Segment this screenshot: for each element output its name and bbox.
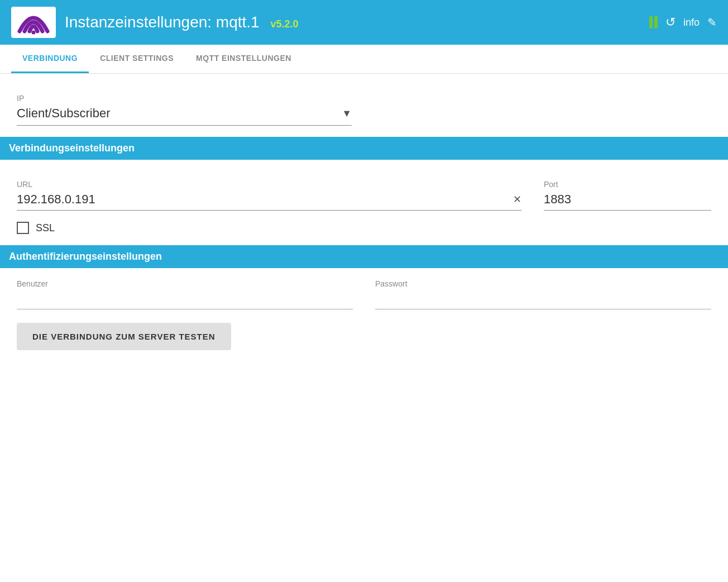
svg-point-1: [32, 31, 36, 35]
passwort-label: Passwort: [375, 279, 711, 288]
pause-bar-left: [649, 16, 653, 28]
port-label: Port: [544, 180, 711, 189]
clear-url-icon[interactable]: ✕: [513, 193, 521, 206]
tab-verbindung[interactable]: VERBINDUNG: [11, 45, 89, 73]
ssl-checkbox[interactable]: [17, 222, 29, 234]
edit-button[interactable]: ✎: [707, 16, 717, 29]
auth-fields-row: Benutzer Passwort: [17, 279, 711, 309]
ssl-label: SSL: [36, 222, 55, 234]
auth-section-header: Authentifizierungseinstellungen: [0, 245, 728, 268]
ip-select-value: Client/Subscriber: [17, 106, 342, 121]
info-button[interactable]: info: [683, 17, 700, 28]
chevron-down-icon[interactable]: ▼: [342, 108, 352, 120]
ip-select[interactable]: Client/Subscriber ▼: [17, 106, 352, 126]
passwort-input[interactable]: [375, 292, 711, 309]
tab-bar: VERBINDUNG CLIENT SETTINGS MQTT EINSTELL…: [0, 45, 728, 74]
version-badge: v5.2.0: [270, 18, 298, 30]
url-label: URL: [17, 180, 521, 189]
passwort-field: Passwort: [375, 279, 711, 309]
test-connection-button[interactable]: DIE VERBINDUNG ZUM SERVER TESTEN: [17, 323, 231, 350]
pause-button[interactable]: [649, 16, 658, 28]
url-value: 192.168.0.191: [17, 192, 509, 207]
ssl-row: SSL: [17, 222, 711, 234]
title-text: Instanzeinstellungen: mqtt.1: [65, 13, 260, 31]
app-header: Instanzeinstellungen: mqtt.1 v5.2.0 ↺ in…: [0, 0, 728, 45]
url-input[interactable]: 192.168.0.191 ✕: [17, 192, 521, 211]
app-logo: [11, 7, 56, 38]
tab-mqtt-einstellungen[interactable]: MQTT EINSTELLUNGEN: [185, 45, 303, 73]
port-input[interactable]: 1883: [544, 192, 711, 211]
ip-label: IP: [17, 94, 711, 103]
main-content: IP Client/Subscriber ▼ Verbindungseinste…: [0, 74, 728, 361]
header-actions: ↺ info ✎: [649, 15, 717, 30]
benutzer-field: Benutzer: [17, 279, 353, 309]
connection-section-header: Verbindungseinstellungen: [0, 137, 728, 160]
pause-bar-right: [654, 16, 658, 28]
benutzer-label: Benutzer: [17, 279, 353, 288]
tab-client-settings[interactable]: CLIENT SETTINGS: [89, 45, 185, 73]
port-value: 1883: [544, 192, 571, 206]
refresh-button[interactable]: ↺: [665, 15, 676, 30]
page-title: Instanzeinstellungen: mqtt.1 v5.2.0: [65, 13, 634, 31]
port-field: Port 1883: [544, 171, 711, 211]
url-port-row: URL 192.168.0.191 ✕ Port 1883: [17, 171, 711, 211]
benutzer-input[interactable]: [17, 292, 353, 309]
url-field: URL 192.168.0.191 ✕: [17, 171, 521, 211]
